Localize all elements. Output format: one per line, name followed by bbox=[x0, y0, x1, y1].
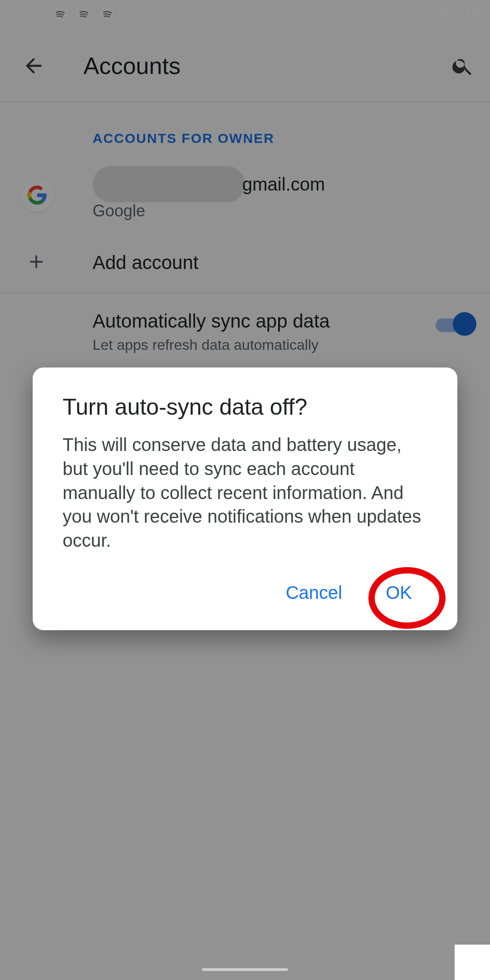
corner-patch bbox=[455, 945, 490, 980]
gesture-nav-handle[interactable] bbox=[202, 968, 288, 971]
auto-sync-off-dialog: Turn auto-sync data off? This will conse… bbox=[33, 368, 457, 630]
dialog-body: This will conserve data and battery usag… bbox=[63, 433, 429, 553]
dialog-actions: Cancel OK bbox=[63, 576, 429, 617]
cancel-button[interactable]: Cancel bbox=[277, 576, 352, 609]
ok-button[interactable]: OK bbox=[377, 576, 421, 609]
dialog-title: Turn auto-sync data off? bbox=[63, 394, 429, 420]
